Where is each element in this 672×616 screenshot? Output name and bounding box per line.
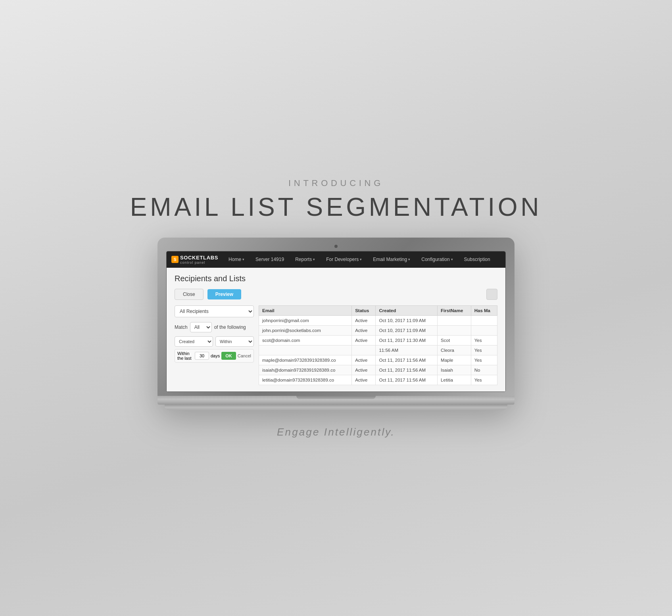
camera [334,245,338,248]
laptop-foot [165,405,507,410]
nav-email-marketing-caret: ▾ [408,257,410,261]
tagline: Engage Intelligently. [277,426,395,438]
cancel-button[interactable]: Cancel [238,353,251,358]
nav-subscription[interactable]: Subscription [459,253,496,266]
nav-configuration[interactable]: Configuration ▾ [416,253,458,266]
data-table: Email Status Created FirstName Has Ma jo… [259,305,497,385]
table-row: maple@domain97328391928389.coActiveOct 1… [259,355,497,365]
laptop-frame: S SOCKETLABS control panel Home ▾ Server… [157,238,515,410]
filter-operator-select[interactable]: Within Before After Equal To [215,336,254,347]
col-status: Status [352,305,376,315]
within-label: Within the last [177,351,193,361]
filter-field-select[interactable]: Created Status Email FirstName [175,336,213,347]
nav-configuration-caret: ▾ [451,257,453,261]
right-panel: Email Status Created FirstName Has Ma jo… [259,305,497,385]
match-row: Match All Any of the following [175,322,254,332]
main-layout: All Recipients List 1 List 2 Match All A… [175,305,497,385]
nav-items: Home ▾ Server 14919 Reports ▾ For Develo… [223,253,496,266]
logo-name: SOCKETLABS [180,255,218,261]
table-row: johnporrini@gmail.comActiveOct 10, 2017 … [259,315,497,325]
days-label: days [211,353,220,358]
following-label: of the following [214,324,246,330]
nav-server[interactable]: Server 14919 [250,253,290,266]
main-title: EMAIL LIST SEGMENTATION [130,192,542,222]
table-row: scot@domain.comActiveOct 11, 2017 11:30 … [259,335,497,345]
table-header-row: Email Status Created FirstName Has Ma [259,305,497,315]
table-row: isaiah@domain97328391928389.coActiveOct … [259,365,497,375]
screen-bezel: S SOCKETLABS control panel Home ▾ Server… [157,238,515,396]
logo-sub: control panel [180,261,218,265]
nav-email-marketing[interactable]: Email Marketing ▾ [367,253,416,266]
days-input[interactable] [195,352,209,360]
action-bar: Close Preview [175,289,497,300]
match-label: Match [175,324,188,330]
table-row: john.porrini@socketlabs.comActiveOct 10,… [259,325,497,335]
filter-inline-panel: Within the last days OK Cancel [175,349,254,363]
logo-icon: S [171,256,179,263]
left-panel: All Recipients List 1 List 2 Match All A… [175,305,254,385]
table-row: 11:56 AMCleoraYes [259,345,497,355]
ok-button[interactable]: OK [221,352,236,360]
recipients-select[interactable]: All Recipients List 1 List 2 [175,305,254,317]
options-button[interactable] [486,289,497,300]
preview-button[interactable]: Preview [207,289,241,299]
filter-row: Created Status Email FirstName Within Be… [175,336,254,347]
nav-reports-caret: ▾ [313,257,315,261]
nav-reports[interactable]: Reports ▾ [290,253,321,266]
app-content: Recipients and Lists Close Preview All R… [167,268,505,391]
nav-developers[interactable]: For Developers ▾ [321,253,367,266]
screen: S SOCKETLABS control panel Home ▾ Server… [166,251,506,392]
col-firstname: FirstName [438,305,471,315]
logo: S SOCKETLABS control panel [167,251,223,268]
page-title: Recipients and Lists [175,274,497,283]
introducing-label: INTRODUCING [288,178,384,188]
laptop-base [157,396,515,405]
col-created: Created [376,305,438,315]
nav-bar: S SOCKETLABS control panel Home ▾ Server… [167,251,505,268]
match-select[interactable]: All Any [190,322,212,332]
col-hasma: Has Ma [471,305,497,315]
nav-home[interactable]: Home ▾ [223,253,250,266]
close-button[interactable]: Close [175,289,204,300]
table-row: letitia@domain97328391928389.coActiveOct… [259,375,497,385]
nav-home-caret: ▾ [242,257,244,261]
logo-text: SOCKETLABS control panel [180,255,218,265]
nav-developers-caret: ▾ [360,257,362,261]
col-email: Email [259,305,352,315]
